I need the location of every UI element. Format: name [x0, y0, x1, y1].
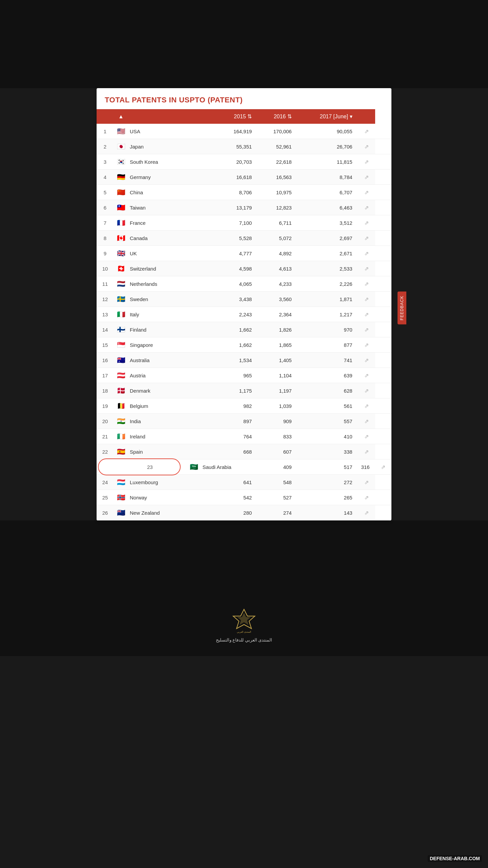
table-row: 20🇮🇳India897909557⇗: [97, 414, 391, 429]
value-2015: 2,243: [186, 307, 258, 322]
feedback-tab[interactable]: FEEDBACK: [398, 292, 406, 324]
header-2016[interactable]: 2016 ⇅: [257, 109, 297, 124]
table-header-row: ▲ 2015 ⇅ 2016 ⇅ 2017 [June] ▾: [97, 109, 391, 124]
trend-icon[interactable]: ⇗: [358, 261, 375, 276]
value-2015: 1,534: [186, 353, 258, 368]
value-2017: 338: [297, 444, 358, 459]
trend-icon[interactable]: ⇗: [358, 154, 375, 170]
trend-icon[interactable]: ⇗: [358, 353, 375, 368]
country-name: New Zealand: [130, 510, 160, 516]
trend-icon[interactable]: ⇗: [358, 337, 375, 353]
value-2015: 164,919: [186, 124, 258, 139]
country-name: Germany: [130, 174, 151, 180]
value-2015: 5,528: [186, 231, 258, 246]
page-wrapper: TOTAL PATENTS IN USPTO (PATENT) ▲ 2015 ⇅…: [0, 0, 488, 656]
country-cell: 🇮🇪Ireland: [114, 429, 186, 444]
value-2017: 741: [297, 353, 358, 368]
trend-icon[interactable]: ⇗: [358, 292, 375, 307]
table-row: 14🇫🇮Finland1,6621,826970⇗: [97, 322, 391, 337]
country-name: Italy: [130, 312, 139, 317]
table-row: 26🇳🇿New Zealand280274143⇗: [97, 505, 391, 520]
country-flag: 🇫🇷: [117, 219, 127, 227]
trend-icon[interactable]: ⇗: [358, 383, 375, 398]
country-flag: 🇦🇺: [117, 356, 127, 364]
trend-icon[interactable]: ⇗: [358, 444, 375, 459]
country-cell: 🇸🇬Singapore: [114, 337, 186, 352]
trend-icon[interactable]: ⇗: [358, 307, 375, 322]
trend-icon[interactable]: ⇗: [358, 124, 375, 139]
value-2016: 1,405: [257, 353, 297, 368]
value-2017: 970: [297, 322, 358, 337]
rank-cell: 23: [114, 459, 186, 475]
rank-cell: 20: [97, 414, 114, 429]
rank-cell: 5: [97, 185, 114, 200]
country-cell: 🇩🇰Denmark: [114, 383, 186, 398]
table-row: 17🇦🇹Austria9651,104639⇗: [97, 368, 391, 383]
trend-icon[interactable]: ⇗: [358, 490, 375, 505]
rank-cell: 21: [97, 429, 114, 444]
value-2015: 542: [186, 490, 258, 505]
header-trend: [358, 109, 375, 124]
logo-text: المنتدى العربي للدفاع والتسليح: [216, 637, 272, 643]
table-row: 7🇫🇷France7,1006,7113,512⇗: [97, 215, 391, 231]
rank-cell: 8: [97, 231, 114, 246]
trend-icon[interactable]: ⇗: [358, 200, 375, 215]
country-cell: 🇮🇳India: [114, 414, 186, 429]
value-2015: 55,351: [186, 139, 258, 154]
rank-cell: 22: [97, 444, 114, 459]
trend-icon[interactable]: ⇗: [358, 505, 375, 520]
rank-cell: 15: [97, 337, 114, 353]
trend-icon[interactable]: ⇗: [358, 429, 375, 444]
value-2017: 1,871: [297, 292, 358, 307]
trend-icon[interactable]: ⇗: [358, 215, 375, 231]
country-flag: 🇨🇭: [117, 264, 127, 273]
header-2015[interactable]: 2015 ⇅: [186, 109, 258, 124]
trend-icon[interactable]: ⇗: [358, 398, 375, 414]
value-2017: 639: [297, 368, 358, 383]
rank-cell: 19: [97, 398, 114, 414]
country-flag: 🇦🇹: [117, 371, 127, 379]
header-country[interactable]: ▲: [114, 109, 186, 124]
value-2017: 316: [358, 459, 375, 475]
value-2016: 1,826: [257, 322, 297, 337]
bottom-area: المنتدى العربي المنتدى العربي للدفاع وال…: [0, 520, 488, 656]
value-2015: 1,175: [186, 383, 258, 398]
rank-cell: 16: [97, 353, 114, 368]
value-2017: 272: [297, 475, 358, 490]
value-2017: 6,707: [297, 185, 358, 200]
value-2016: 5,072: [257, 231, 297, 246]
value-2015: 1,662: [186, 322, 258, 337]
header-2017[interactable]: 2017 [June] ▾: [297, 109, 358, 124]
trend-icon[interactable]: ⇗: [358, 475, 375, 490]
trend-icon[interactable]: ⇗: [358, 139, 375, 154]
country-name: USA: [130, 129, 140, 134]
value-2016: 22,618: [257, 154, 297, 170]
value-2017: 90,055: [297, 124, 358, 139]
table-row: 13🇮🇹Italy2,2432,3641,217⇗: [97, 307, 391, 322]
country-flag: 🇯🇵: [117, 142, 127, 151]
value-2015: 7,100: [186, 215, 258, 231]
rank-cell: 12: [97, 292, 114, 307]
rank-cell: 17: [97, 368, 114, 383]
country-flag: 🇸🇬: [117, 341, 127, 349]
trend-icon[interactable]: ⇗: [358, 246, 375, 261]
table-row: 25🇳🇴Norway542527265⇗: [97, 490, 391, 505]
trend-icon[interactable]: ⇗: [358, 170, 375, 185]
country-flag: 🇺🇸: [117, 127, 127, 135]
value-2017: 877: [297, 337, 358, 353]
trend-icon[interactable]: ⇗: [358, 322, 375, 337]
trend-icon[interactable]: ⇗: [358, 185, 375, 200]
trend-icon[interactable]: ⇗: [358, 231, 375, 246]
rank-cell: 1: [97, 124, 114, 139]
trend-icon[interactable]: ⇗: [375, 459, 391, 475]
value-2016: 517: [297, 459, 358, 475]
country-flag: 🇩🇪: [117, 173, 127, 181]
rank-cell: 18: [97, 383, 114, 398]
trend-icon[interactable]: ⇗: [358, 368, 375, 383]
trend-icon[interactable]: ⇗: [358, 414, 375, 429]
trend-icon[interactable]: ⇗: [358, 276, 375, 292]
value-2015: 641: [186, 475, 258, 490]
table-row: 1🇺🇸USA164,919170,00690,055⇗: [97, 124, 391, 139]
value-2016: 833: [257, 429, 297, 444]
value-2016: 1,039: [257, 398, 297, 414]
